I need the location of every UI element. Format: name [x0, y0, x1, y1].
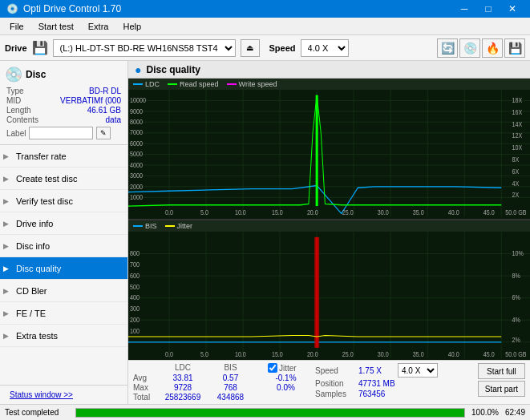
disc-contents-value: data — [106, 115, 121, 124]
legend-jitter-label: Jitter — [177, 222, 193, 230]
nav-arrow-icon: ▶ — [3, 242, 9, 250]
svg-text:30.0: 30.0 — [378, 208, 389, 216]
sidebar-item-label: Extra tests — [16, 331, 58, 341]
speed-key: Speed — [315, 366, 355, 375]
disc-button[interactable]: 💿 — [459, 38, 480, 58]
sidebar-item-create-test-disc[interactable]: ▶ Create test disc — [0, 168, 127, 190]
sidebar-item-label: CD Bler — [16, 286, 47, 296]
speed-select[interactable]: 4.0 X — [301, 39, 349, 57]
svg-text:6X: 6X — [512, 167, 520, 176]
refresh-button[interactable]: 🔄 — [437, 38, 458, 58]
bottom-chart-legend: BIS Jitter — [128, 220, 530, 232]
svg-text:600: 600 — [130, 270, 140, 279]
svg-text:14X: 14X — [512, 119, 523, 128]
sidebar-item-label: Create test disc — [16, 174, 77, 184]
legend-bis: BIS — [133, 222, 157, 230]
legend-write-speed: Write speed — [227, 80, 277, 88]
legend-ldc-label: LDC — [145, 80, 160, 88]
sidebar-item-cd-bler[interactable]: ▶ CD Bler — [0, 280, 127, 302]
svg-text:10%: 10% — [512, 248, 524, 257]
ldc-header: LDC — [159, 363, 207, 373]
svg-text:800: 800 — [130, 248, 140, 257]
minimize-button[interactable]: ─ — [453, 1, 475, 17]
speed-value: 1.75 X — [358, 366, 394, 375]
disc-header: 💿 Disc — [5, 66, 123, 83]
stats-content: LDC BIS Jitter Avg 33.81 0.57 -0.1% — [133, 363, 525, 402]
progress-bar — [75, 408, 465, 418]
svg-text:10.0: 10.0 — [235, 349, 246, 357]
save-button[interactable]: 💾 — [504, 38, 525, 58]
svg-text:30.0: 30.0 — [378, 349, 389, 357]
stats-avg-row: Avg 33.81 0.57 -0.1% — [133, 374, 304, 382]
sidebar: 💿 Disc Type BD-R DL MID VERBATIMf (000 L… — [0, 61, 128, 404]
svg-text:16X: 16X — [512, 107, 523, 116]
svg-text:6000: 6000 — [130, 139, 143, 147]
start-full-button[interactable]: Start full — [478, 363, 525, 379]
samples-row: Samples 763456 — [315, 390, 438, 398]
test-speed-select[interactable]: 4.0 X — [398, 363, 438, 378]
drive-select[interactable]: (L:) HL-DT-ST BD-RE WH16NS58 TST4 — [53, 39, 236, 57]
svg-rect-69 — [314, 236, 319, 347]
svg-text:2X: 2X — [512, 190, 520, 199]
charts-area: LDC Read speed Write speed — [128, 79, 530, 360]
sidebar-item-transfer-rate[interactable]: ▶ Transfer rate — [0, 145, 127, 168]
disc-type-label: Type — [6, 87, 24, 95]
status-window-button[interactable]: Status window >> — [5, 389, 78, 401]
sidebar-item-label: Verify test disc — [16, 196, 73, 206]
svg-text:4X: 4X — [512, 179, 520, 188]
app-icon: 💿 — [6, 3, 18, 14]
drive-bar: Drive 💾 (L:) HL-DT-ST BD-RE WH16NS58 TST… — [0, 35, 530, 61]
legend-jitter-color — [165, 225, 175, 227]
status-bar: Test completed 100.0% 62:49 — [0, 404, 530, 420]
disc-label-input[interactable] — [29, 127, 93, 139]
disc-section-title: Disc — [26, 69, 46, 80]
disc-length-row: Length 46.61 GB — [5, 106, 123, 115]
position-key: Position — [315, 379, 355, 388]
svg-text:200: 200 — [130, 314, 140, 323]
sidebar-item-disc-info[interactable]: ▶ Disc info — [0, 235, 127, 257]
app-title: Opti Drive Control 1.70 — [23, 3, 121, 14]
jitter-checkbox[interactable] — [268, 363, 277, 373]
svg-text:2%: 2% — [512, 334, 521, 343]
max-bis: 768 — [208, 383, 253, 392]
jitter-checkbox-container: Jitter — [268, 363, 297, 373]
disc-contents-label: Contents — [6, 115, 38, 124]
svg-rect-0 — [128, 90, 530, 217]
menu-file[interactable]: File — [3, 20, 30, 33]
label-edit-button[interactable]: ✎ — [96, 127, 111, 139]
sidebar-item-verify-test-disc[interactable]: ▶ Verify test disc — [0, 190, 127, 212]
close-button[interactable]: ✕ — [501, 1, 524, 17]
burn-button[interactable]: 🔥 — [482, 38, 503, 58]
maximize-button[interactable]: □ — [477, 1, 500, 17]
bottom-chart: BIS Jitter — [128, 220, 530, 361]
disc-mid-value: VERBATIMf (000 — [60, 96, 121, 105]
start-buttons: Start full Start part — [478, 363, 525, 397]
sidebar-item-disc-quality[interactable]: ▶ Disc quality — [0, 257, 127, 280]
svg-text:15.0: 15.0 — [272, 349, 283, 357]
svg-text:50.0 GB: 50.0 GB — [505, 349, 527, 357]
disc-contents-row: Contents data — [5, 115, 123, 124]
sidebar-item-label: FE / TE — [16, 309, 46, 318]
content-header: ● Disc quality — [128, 61, 530, 79]
menu-extra[interactable]: Extra — [82, 20, 115, 33]
sidebar-item-drive-info[interactable]: ▶ Drive info — [0, 212, 127, 235]
max-jitter: 0.0% — [268, 383, 304, 392]
sidebar-item-fe-te[interactable]: ▶ FE / TE — [0, 302, 127, 325]
stats-max-row: Max 9728 768 0.0% — [133, 383, 304, 392]
sidebar-item-extra-tests[interactable]: ▶ Extra tests — [0, 325, 127, 347]
stats-table: LDC BIS Jitter Avg 33.81 0.57 -0.1% — [133, 363, 304, 402]
nav-arrow-icon: ▶ — [3, 265, 9, 273]
menu-start-test[interactable]: Start test — [32, 20, 80, 33]
start-part-button[interactable]: Start part — [478, 381, 525, 397]
svg-text:18X: 18X — [512, 95, 523, 104]
disc-quality-icon: ● — [135, 63, 141, 76]
disc-mid-row: MID VERBATIMf (000 — [5, 96, 123, 105]
nav-arrow-icon: ▶ — [3, 332, 9, 340]
legend-jitter: Jitter — [165, 222, 193, 230]
menu-help[interactable]: Help — [116, 20, 148, 33]
legend-write-speed-color — [227, 83, 237, 85]
eject-button[interactable]: ⏏ — [241, 39, 260, 57]
status-window-section: Status window >> — [0, 385, 127, 404]
svg-text:8000: 8000 — [130, 117, 143, 126]
jitter-label: Jitter — [279, 364, 297, 373]
